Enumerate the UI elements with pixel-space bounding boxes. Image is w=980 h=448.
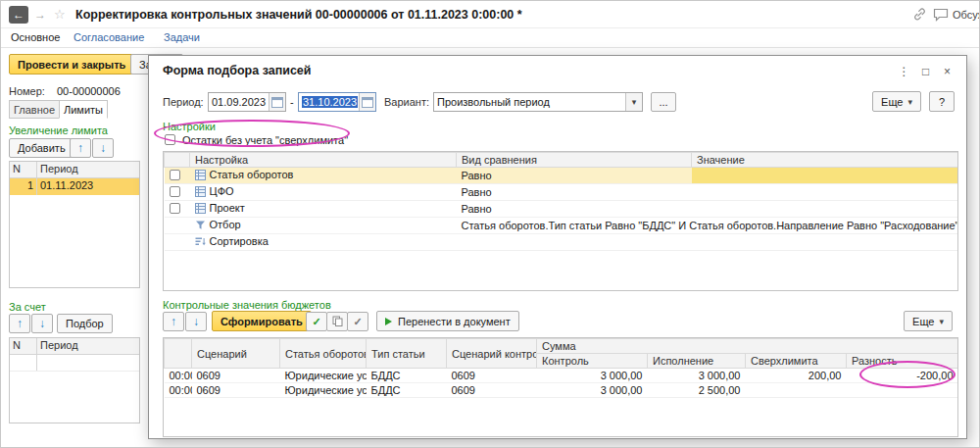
move-up-button[interactable]: ↑ <box>70 138 91 158</box>
nav-tab-tasks[interactable]: Задачи <box>164 31 200 43</box>
cell-overlimit <box>746 383 847 398</box>
table-header: N Период <box>10 338 139 355</box>
setting-value[interactable] <box>692 168 958 184</box>
column-header-article[interactable]: Статья оборотов <box>280 339 367 369</box>
cell-scenario: 0609 <box>192 383 280 398</box>
column-header-controlled[interactable]: Сценарий контролируемый <box>447 339 537 369</box>
budget-row[interactable]: 00:00 0609 Юридические усл... БДДС 0609 … <box>165 369 958 383</box>
column-header-period[interactable]: Период <box>37 162 139 177</box>
favorite-star-icon[interactable]: ☆ <box>54 7 66 22</box>
column-header-control[interactable]: Контроль <box>537 354 648 369</box>
cell-scenario: 0609 <box>192 369 280 383</box>
chevron-down-icon[interactable]: ▾ <box>625 93 642 111</box>
column-header-sum[interactable]: Сумма <box>537 339 958 354</box>
dialog-more-icon[interactable]: ⋮ <box>897 64 911 78</box>
empty-table-row[interactable] <box>10 355 139 372</box>
budget-move-up-button[interactable]: ↑ <box>163 312 184 331</box>
cell-article: Юридические усл... <box>280 383 367 398</box>
tab-limity[interactable]: Лимиты <box>59 100 108 119</box>
nav-tab-approval[interactable]: Согласование <box>74 31 144 43</box>
cell-control: 3 000,00 <box>537 369 648 383</box>
expense-move-up-button[interactable]: ↑ <box>9 314 30 333</box>
grid-icon <box>195 186 206 199</box>
row-checkbox[interactable] <box>170 186 180 197</box>
more-button[interactable]: Еще ▾ <box>872 91 921 112</box>
column-header-time[interactable] <box>165 339 192 369</box>
setting-comparison: Равно <box>457 201 692 218</box>
column-header-scenario[interactable]: Сценарий <box>192 339 280 369</box>
period-dash: - <box>290 96 294 108</box>
mark-button[interactable]: ✓ <box>306 312 327 331</box>
setting-name: Статья оборотов <box>210 169 294 180</box>
generate-button[interactable]: Сформировать <box>212 311 312 331</box>
cell-time: 00:00 <box>165 383 192 398</box>
pick-button[interactable]: Подбор <box>57 314 113 333</box>
period-to-input[interactable]: 31.10.2023 <box>298 92 376 112</box>
column-header-overlimit[interactable]: Сверхлимита <box>746 354 847 369</box>
tab-glavnoe[interactable]: Главное <box>9 100 60 119</box>
variant-select[interactable]: Произвольный период ▾ <box>433 92 643 112</box>
increase-limit-title: Увеличение лимита <box>9 124 108 136</box>
nav-tab-main[interactable]: Основное <box>11 31 60 43</box>
row-number <box>10 355 37 371</box>
table-row[interactable]: 1 01.11.2023 <box>10 178 139 195</box>
column-header-period[interactable]: Период <box>37 338 139 354</box>
forward-button[interactable]: → <box>31 6 49 24</box>
copy-button[interactable] <box>326 312 348 331</box>
up-arrow-icon: ↑ <box>17 318 23 329</box>
expense-move-down-button[interactable]: ↓ <box>31 314 53 333</box>
budget-title: Контрольные значения бюджетов <box>163 299 331 311</box>
dialog-close-icon[interactable]: × <box>940 64 955 78</box>
help-button[interactable]: ? <box>929 91 955 112</box>
variant-value: Произвольный период <box>434 96 625 108</box>
variant-ellipsis-button[interactable]: ... <box>651 92 676 112</box>
more-button-label: Еще <box>881 96 903 108</box>
add-button[interactable]: Добавить <box>9 138 74 158</box>
cell-overlimit: 200,00 <box>746 369 847 383</box>
dialog-maximize-icon[interactable]: □ <box>918 64 933 78</box>
row-checkbox[interactable] <box>170 203 180 214</box>
check-icon: ✓ <box>312 316 320 328</box>
setting-name: Отбор <box>210 219 241 230</box>
discussions-label[interactable]: Обсуж <box>953 9 980 21</box>
period-label: Период: <box>163 96 204 108</box>
discussions-icon[interactable] <box>933 8 949 24</box>
setting-name: Проект <box>210 202 245 214</box>
cell-controlled: 0609 <box>447 369 537 383</box>
budget-more-button[interactable]: Еще ▾ <box>904 311 953 331</box>
settings-row[interactable]: Статья оборотов Равно <box>165 168 958 184</box>
expense-table: N Период <box>9 337 140 423</box>
down-arrow-icon: ↓ <box>39 318 45 329</box>
row-checkbox[interactable] <box>170 170 180 180</box>
column-header-value[interactable]: Значение <box>692 153 958 168</box>
budget-row[interactable]: 00:00 0609 Юридические усл... БДДС 0609 … <box>165 383 958 398</box>
period-from-value: 01.09.2023 <box>209 96 269 108</box>
column-header-setting[interactable]: Настройка <box>190 153 457 168</box>
setting-value[interactable] <box>692 184 958 201</box>
column-header-n[interactable]: N <box>10 338 37 354</box>
settings-row[interactable]: Отбор Статья оборотов.Тип статьи Равно "… <box>165 218 958 234</box>
link-icon[interactable] <box>912 7 927 24</box>
cell-article: Юридические усл... <box>280 369 367 383</box>
column-header-comparison[interactable]: Вид сравнения <box>457 153 692 168</box>
settings-row[interactable]: Проект Равно <box>165 201 958 218</box>
column-header-type[interactable]: Тип статьи <box>367 339 447 369</box>
post-and-close-button[interactable]: Провести и закрыть <box>9 54 134 75</box>
setting-value[interactable] <box>692 201 958 218</box>
forward-icon: → <box>34 8 46 22</box>
column-header-n[interactable]: N <box>10 162 37 177</box>
settings-row[interactable]: Сортировка <box>165 234 958 251</box>
calendar-icon[interactable] <box>269 93 285 111</box>
budget-move-down-button[interactable]: ↓ <box>185 312 207 331</box>
settings-row[interactable]: ЦФО Равно <box>165 184 958 201</box>
transfer-button[interactable]: Перенести в документ <box>376 311 519 331</box>
column-header-execution[interactable]: Исполнение <box>648 354 746 369</box>
setting-name: Сортировка <box>210 235 269 247</box>
check-all-button[interactable]: ✓ <box>347 312 368 331</box>
move-down-button[interactable]: ↓ <box>92 138 114 158</box>
number-label: Номер: <box>9 85 45 97</box>
calendar-icon[interactable] <box>359 93 375 111</box>
selection-form-dialog: Форма подбора записей ⋮ □ × Период: 01.0… <box>148 55 967 439</box>
back-button[interactable]: ← <box>9 6 28 24</box>
period-from-input[interactable]: 01.09.2023 <box>208 92 286 112</box>
